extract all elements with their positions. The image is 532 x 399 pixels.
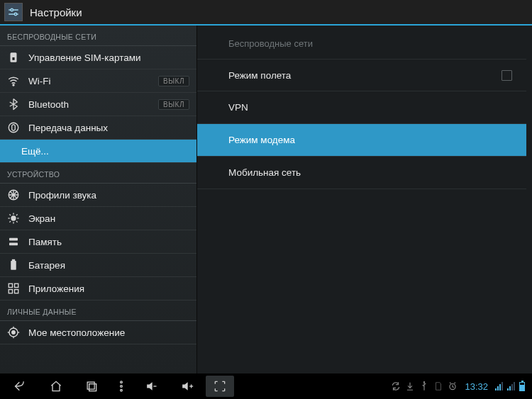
- checkbox-airplane[interactable]: [501, 70, 512, 81]
- sidebar-section-header: УСТРОЙСТВО: [0, 163, 196, 184]
- svg-rect-34: [87, 382, 94, 389]
- sound-icon: [7, 189, 20, 201]
- svg-point-3: [14, 13, 16, 15]
- signal-icon: [495, 382, 503, 390]
- svg-point-9: [11, 216, 16, 220]
- svg-point-42: [424, 382, 425, 383]
- sidebar-item-label: Экран: [28, 213, 189, 224]
- app-title: Настройки: [30, 6, 82, 18]
- svg-rect-5: [12, 57, 16, 60]
- sidebar-section-header: ЛИЧНЫЕ ДАННЫЕ: [0, 300, 196, 321]
- wifi-icon: [7, 74, 20, 87]
- sidebar-item-label: Профили звука: [28, 190, 189, 201]
- usb-icon: [419, 381, 429, 391]
- svg-point-36: [121, 381, 123, 383]
- svg-point-20: [11, 239, 12, 240]
- main-item-tether[interactable]: Режим модема: [197, 124, 526, 157]
- download-icon: [405, 381, 415, 391]
- battery-icon: [7, 259, 20, 271]
- svg-rect-26: [9, 290, 12, 293]
- settings-main-panel: Беспроводные сети Режим полетаVPNРежим м…: [197, 26, 532, 373]
- settings-icon: [4, 3, 23, 21]
- sidebar-item-display[interactable]: Экран: [0, 207, 196, 230]
- svg-point-37: [121, 386, 123, 388]
- svg-rect-25: [15, 283, 18, 287]
- bluetooth-icon: [7, 98, 20, 111]
- svg-line-15: [16, 221, 18, 223]
- alarm-icon: [448, 381, 458, 391]
- main-item-label: Режим полета: [228, 70, 501, 81]
- svg-rect-35: [89, 384, 96, 391]
- sidebar-item-location[interactable]: Мое местоположение: [0, 321, 196, 344]
- display-icon: [7, 212, 20, 225]
- storage-icon: [7, 235, 20, 248]
- status-clock: 13:32: [465, 381, 488, 392]
- toggle-wifi[interactable]: ВЫКЛ: [158, 76, 189, 86]
- sidebar-item-label: Батарея: [28, 260, 189, 271]
- sidebar-item-datausage[interactable]: Передача данных: [0, 116, 196, 140]
- main-item-label: VPN: [228, 102, 512, 113]
- svg-point-28: [12, 331, 16, 335]
- sidebar-item-bluetooth[interactable]: BluetoothВЫКЛ: [0, 93, 196, 116]
- main-item-label: Мобильная сеть: [228, 167, 512, 178]
- sidebar-item-sound[interactable]: Профили звука: [0, 184, 196, 207]
- main-item-airplane[interactable]: Режим полета: [197, 59, 526, 91]
- main-item-mobile[interactable]: Мобильная сеть: [197, 157, 526, 189]
- main-section-header: Беспроводные сети: [197, 26, 526, 59]
- sidebar-item-battery[interactable]: Батарея: [0, 254, 196, 277]
- battery-icon: [519, 382, 525, 391]
- sidebar-item-sim[interactable]: Управление SIM-картами: [0, 46, 196, 69]
- svg-rect-23: [13, 260, 15, 262]
- sidebar-item-label: Ещё...: [21, 146, 189, 157]
- sidebar-item-wifi[interactable]: Wi-FiВЫКЛ: [0, 69, 196, 93]
- svg-rect-27: [15, 290, 18, 293]
- signal-2-icon: [507, 382, 515, 390]
- sidebar-item-label: Передача данных: [28, 123, 189, 133]
- svg-point-2: [11, 9, 13, 11]
- sidebar-item-label: Память: [28, 237, 189, 247]
- sidebar-item-label: Приложения: [28, 283, 189, 294]
- sidebar-item-label: Bluetooth: [28, 99, 158, 110]
- volume-down-button[interactable]: [135, 376, 167, 397]
- svg-point-38: [121, 390, 123, 392]
- sim-icon: [7, 51, 20, 64]
- volume-up-button[interactable]: [170, 376, 203, 397]
- svg-line-16: [9, 221, 11, 223]
- sdcard-icon: [433, 381, 443, 391]
- svg-line-17: [16, 214, 18, 215]
- svg-rect-22: [11, 261, 16, 270]
- sidebar-item-apps[interactable]: Приложения: [0, 277, 196, 300]
- system-nav-bar: 13:32: [0, 373, 532, 399]
- home-button[interactable]: [40, 376, 72, 397]
- app-header: Настройки: [0, 0, 532, 26]
- svg-point-21: [11, 244, 12, 245]
- sidebar-section-header: БЕСПРОВОДНЫЕ СЕТИ: [0, 26, 196, 46]
- status-tray[interactable]: 13:32: [391, 381, 528, 392]
- main-list: Режим полетаVPNРежим модемаМобильная сет…: [197, 59, 526, 189]
- svg-point-6: [13, 84, 14, 86]
- sync-icon: [391, 381, 401, 391]
- sidebar-item-label: Мое местоположение: [28, 327, 189, 338]
- sidebar-item-more[interactable]: Ещё...: [0, 140, 196, 163]
- recent-apps-button[interactable]: [75, 376, 108, 397]
- settings-sidebar: БЕСПРОВОДНЫЕ СЕТИУправление SIM-картамиW…: [0, 26, 197, 373]
- svg-rect-24: [9, 283, 12, 287]
- location-icon: [7, 326, 20, 339]
- sidebar-item-storage[interactable]: Память: [0, 230, 196, 254]
- sidebar-item-label: Wi-Fi: [28, 76, 158, 86]
- main-item-label: Режим модема: [228, 135, 512, 145]
- sidebar-item-label: Управление SIM-картами: [28, 52, 189, 63]
- back-button[interactable]: [4, 376, 37, 397]
- toggle-bluetooth[interactable]: ВЫКЛ: [158, 99, 189, 110]
- svg-line-14: [9, 214, 11, 215]
- screenshot-button[interactable]: [206, 376, 234, 397]
- main-item-vpn[interactable]: VPN: [197, 91, 526, 124]
- apps-icon: [7, 282, 20, 295]
- menu-button[interactable]: [111, 376, 132, 397]
- data-icon: [7, 121, 20, 134]
